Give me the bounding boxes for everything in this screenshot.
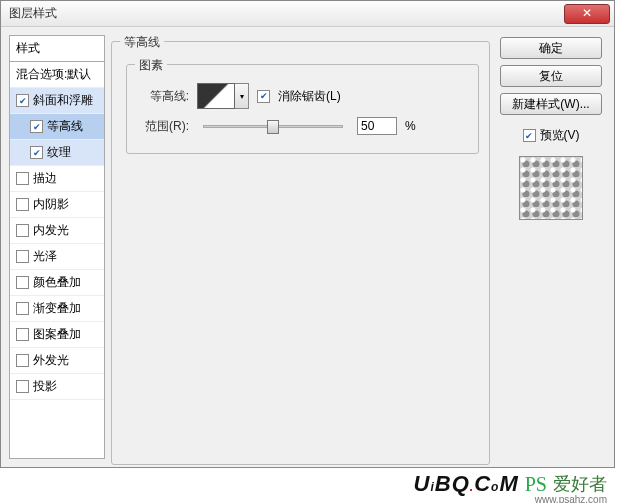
style-item[interactable]: 外发光 <box>10 348 104 374</box>
elements-group-title: 图素 <box>135 57 167 74</box>
close-button[interactable]: ✕ <box>564 4 610 24</box>
style-label: 内发光 <box>33 222 69 239</box>
right-panel: 确定 复位 新建样式(W)... 预览(V) <box>496 35 606 459</box>
range-slider[interactable] <box>203 125 343 128</box>
layer-style-dialog: 图层样式 ✕ 样式 混合选项:默认 斜面和浮雕等高线纹理描边内阴影内发光光泽颜色… <box>0 0 615 468</box>
style-item[interactable]: 渐变叠加 <box>10 296 104 322</box>
dialog-body: 样式 混合选项:默认 斜面和浮雕等高线纹理描边内阴影内发光光泽颜色叠加渐变叠加图… <box>1 27 614 467</box>
style-item[interactable]: 内阴影 <box>10 192 104 218</box>
preview-swatch <box>519 156 583 220</box>
style-checkbox[interactable] <box>16 354 29 367</box>
style-item[interactable]: 纹理 <box>10 140 104 166</box>
range-row: 范围(R): % <box>141 117 468 135</box>
style-checkbox[interactable] <box>16 302 29 315</box>
style-checkbox[interactable] <box>16 276 29 289</box>
style-checkbox[interactable] <box>16 380 29 393</box>
style-checkbox[interactable] <box>16 224 29 237</box>
contour-label: 等高线: <box>141 88 189 105</box>
style-item[interactable]: 颜色叠加 <box>10 270 104 296</box>
preview-toggle[interactable]: 预览(V) <box>523 127 580 144</box>
style-label: 等高线 <box>47 118 83 135</box>
style-item[interactable]: 光泽 <box>10 244 104 270</box>
style-checkbox[interactable] <box>30 120 43 133</box>
style-label: 纹理 <box>47 144 71 161</box>
style-checkbox[interactable] <box>30 146 43 159</box>
style-label: 渐变叠加 <box>33 300 81 317</box>
watermark-url: www.psahz.com <box>535 494 607 503</box>
style-checkbox[interactable] <box>16 198 29 211</box>
style-label: 斜面和浮雕 <box>33 92 93 109</box>
blend-options-item[interactable]: 混合选项:默认 <box>10 62 104 88</box>
styles-list: 混合选项:默认 斜面和浮雕等高线纹理描边内阴影内发光光泽颜色叠加渐变叠加图案叠加… <box>9 61 105 459</box>
watermark-cn: 爱好者 <box>553 472 607 496</box>
preview-checkbox[interactable] <box>523 129 536 142</box>
style-item[interactable]: 斜面和浮雕 <box>10 88 104 114</box>
range-label: 范围(R): <box>141 118 189 135</box>
cancel-button[interactable]: 复位 <box>500 65 602 87</box>
contour-dropdown-arrow[interactable]: ▾ <box>235 83 249 109</box>
blend-options-label: 混合选项:默认 <box>16 66 91 83</box>
preview-label: 预览(V) <box>540 127 580 144</box>
elements-group: 图素 等高线: ▾ 消除锯齿(L) 范围(R): <box>126 64 479 154</box>
style-label: 图案叠加 <box>33 326 81 343</box>
style-item[interactable]: 等高线 <box>10 114 104 140</box>
new-style-button[interactable]: 新建样式(W)... <box>500 93 602 115</box>
style-item[interactable]: 描边 <box>10 166 104 192</box>
style-item[interactable]: 投影 <box>10 374 104 400</box>
watermark-uibq: UiBQ.CoM <box>414 471 519 497</box>
watermark-ps: PS <box>525 473 547 496</box>
dialog-title: 图层样式 <box>9 5 564 22</box>
contour-picker[interactable] <box>197 83 235 109</box>
styles-panel: 样式 混合选项:默认 斜面和浮雕等高线纹理描边内阴影内发光光泽颜色叠加渐变叠加图… <box>9 35 105 459</box>
antialias-checkbox[interactable] <box>257 90 270 103</box>
settings-panel: 等高线 图素 等高线: ▾ 消除锯齿(L) 范围(R): <box>111 35 490 459</box>
style-item[interactable]: 图案叠加 <box>10 322 104 348</box>
style-label: 外发光 <box>33 352 69 369</box>
antialias-label: 消除锯齿(L) <box>278 88 341 105</box>
contour-group-title: 等高线 <box>120 34 164 51</box>
style-checkbox[interactable] <box>16 172 29 185</box>
range-input[interactable] <box>357 117 397 135</box>
style-checkbox[interactable] <box>16 94 29 107</box>
range-slider-thumb[interactable] <box>267 120 279 134</box>
style-label: 内阴影 <box>33 196 69 213</box>
style-label: 投影 <box>33 378 57 395</box>
style-label: 光泽 <box>33 248 57 265</box>
style-checkbox[interactable] <box>16 328 29 341</box>
style-label: 描边 <box>33 170 57 187</box>
style-label: 颜色叠加 <box>33 274 81 291</box>
ok-button[interactable]: 确定 <box>500 37 602 59</box>
contour-group: 等高线 图素 等高线: ▾ 消除锯齿(L) 范围(R): <box>111 41 490 465</box>
style-checkbox[interactable] <box>16 250 29 263</box>
styles-header[interactable]: 样式 <box>9 35 105 61</box>
style-item[interactable]: 内发光 <box>10 218 104 244</box>
titlebar: 图层样式 ✕ <box>1 1 614 27</box>
range-unit: % <box>405 119 416 133</box>
contour-row: 等高线: ▾ 消除锯齿(L) <box>141 83 468 109</box>
